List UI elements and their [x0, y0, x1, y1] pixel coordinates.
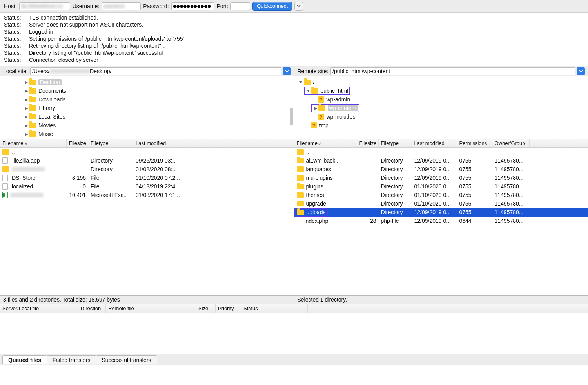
local-site-path[interactable]: /Users/XXXXXXXXXXXDesktop/: [30, 67, 280, 75]
tree-item[interactable]: ▶Local Sites: [0, 112, 294, 121]
disclosure-arrow-icon[interactable]: ▼: [298, 80, 304, 85]
tree-item[interactable]: ▶Library: [0, 104, 294, 112]
file-modified: 12/09/2019 0...: [412, 209, 457, 215]
list-row[interactable]: FileZilla.appDirectory09/25/2019 03:...: [0, 156, 294, 165]
qcol-remotefile[interactable]: Remote file: [106, 304, 196, 313]
tab-queued[interactable]: Queued files: [2, 355, 47, 364]
username-input[interactable]: [102, 2, 141, 10]
queue-header: Server/Local file Direction Remote file …: [0, 304, 588, 313]
list-row[interactable]: uploadsDirectory12/09/2019 0...075511495…: [294, 208, 588, 217]
list-row[interactable]: themesDirectory01/10/2020 0...0755114957…: [294, 191, 588, 199]
col-filename[interactable]: Filename∧: [294, 139, 357, 147]
tab-success[interactable]: Successful transfers: [96, 355, 157, 364]
file-type: Directory: [379, 175, 412, 181]
local-list-body[interactable]: ..FileZilla.appDirectory09/25/2019 03:..…: [0, 148, 294, 295]
tree-label: wp-admin: [327, 96, 350, 103]
col-filename[interactable]: Filename∧: [0, 139, 67, 147]
remote-list-body[interactable]: ..ai1wm-back...Directory12/09/2019 0...0…: [294, 148, 588, 295]
disclosure-arrow-icon[interactable]: ▶: [313, 106, 318, 111]
qcol-direction[interactable]: Direction: [78, 304, 106, 313]
tree-root[interactable]: ▼ /: [294, 78, 588, 87]
log-msg: Server does not support non-ASCII charac…: [29, 21, 143, 28]
col-permissions[interactable]: Permissions: [457, 139, 492, 147]
quickconnect-dropdown[interactable]: [294, 2, 303, 11]
summary-bar: 3 files and 2 directories. Total size: 1…: [0, 296, 588, 304]
file-permissions: 0755: [457, 175, 492, 181]
transfer-tabs: Queued files Failed transfers Successful…: [0, 354, 588, 365]
local-site-dropdown[interactable]: [283, 67, 291, 75]
tree-wp-content[interactable]: ▶ wp-content: [294, 104, 588, 112]
file-name: ..: [306, 149, 309, 155]
log-msg: Connection closed by server: [29, 56, 98, 63]
col-owner[interactable]: Owner/Group: [492, 139, 530, 147]
tree-item[interactable]: ▶Downloads: [0, 95, 294, 104]
list-row[interactable]: mu-pluginsDirectory12/09/2019 0...075511…: [294, 174, 588, 182]
list-row[interactable]: .localized0File04/13/2019 22:4...: [0, 182, 294, 191]
col-modified[interactable]: Last modified: [133, 139, 188, 147]
list-row[interactable]: upgradeDirectory01/10/2020 0...075511495…: [294, 199, 588, 208]
tree-item[interactable]: ▶Desktop: [0, 78, 294, 87]
port-input[interactable]: [230, 2, 250, 10]
disclosure-arrow-icon[interactable]: ▶: [24, 132, 29, 137]
remote-site-dropdown[interactable]: [577, 67, 585, 75]
col-filesize[interactable]: Filesize: [67, 139, 88, 147]
local-tree[interactable]: ▶Desktop▶Documents▶Downloads▶Library▶Loc…: [0, 76, 294, 139]
qcol-status[interactable]: Status: [241, 304, 308, 313]
list-row[interactable]: XXXXXXXXX10,401Microsoft Exc..01/08/2020…: [0, 191, 294, 199]
folder-icon: [29, 123, 36, 128]
list-row[interactable]: index.php28php-file12/09/2019 0...064411…: [294, 217, 588, 225]
scrollbar-thumb[interactable]: [290, 108, 293, 125]
tree-item[interactable]: ▶Movies: [0, 121, 294, 130]
disclosure-arrow-icon[interactable]: ▶: [24, 80, 29, 85]
tree-wp-includes[interactable]: ? wp-includes: [294, 112, 588, 121]
tree-item[interactable]: ▶Music: [0, 130, 294, 138]
folder-icon: [297, 158, 304, 163]
remote-site-path[interactable]: /public_html/wp-content: [330, 67, 575, 75]
tree-tmp[interactable]: ? tmp: [294, 121, 588, 130]
list-row[interactable]: ..: [0, 148, 294, 156]
file-type: Directory: [379, 201, 412, 207]
col-modified[interactable]: Last modified: [412, 139, 457, 147]
password-input[interactable]: [171, 2, 214, 10]
qcol-priority[interactable]: Priority: [216, 304, 241, 313]
col-filetype[interactable]: Filetype: [379, 139, 412, 147]
tab-failed[interactable]: Failed transfers: [47, 355, 96, 364]
remote-tree[interactable]: ▼ / ▼ public_html ? wp-admin ▶ wp-conten…: [294, 76, 588, 139]
folder-icon: [311, 88, 318, 94]
qcol-serverfile[interactable]: Server/Local file: [0, 304, 78, 313]
queue-body[interactable]: [0, 313, 588, 354]
tree-wp-admin[interactable]: ? wp-admin: [294, 95, 588, 104]
list-row[interactable]: ..: [294, 148, 588, 156]
col-filetype[interactable]: Filetype: [88, 139, 133, 147]
list-row[interactable]: languagesDirectory12/09/2019 0...0755114…: [294, 165, 588, 174]
disclosure-arrow-icon[interactable]: ▶: [24, 97, 29, 102]
file-icon: [2, 157, 8, 164]
tree-label: Desktop: [38, 79, 62, 85]
list-row[interactable]: ai1wm-back...Directory12/09/2019 0...075…: [294, 156, 588, 165]
quickconnect-button[interactable]: Quickconnect: [252, 2, 292, 11]
disclosure-arrow-icon[interactable]: ▶: [24, 114, 29, 119]
file-name: XXXXXXXXX: [12, 166, 45, 172]
tree-public-html[interactable]: ▼ public_html: [294, 87, 588, 95]
folder-icon: [2, 166, 9, 172]
log-row: Status:Connection closed by server: [4, 56, 584, 63]
directory-trees: ▶Desktop▶Documents▶Downloads▶Library▶Loc…: [0, 76, 588, 139]
local-summary: 3 files and 2 directories. Total size: 1…: [0, 296, 294, 304]
file-name: index.php: [305, 218, 328, 224]
col-filesize[interactable]: Filesize: [357, 139, 379, 147]
disclosure-arrow-icon[interactable]: ▶: [24, 123, 29, 128]
log-row: Status:Directory listing of "/public_htm…: [4, 49, 584, 56]
tree-label: Local Sites: [38, 114, 65, 120]
file-owner: 11495780...: [492, 166, 530, 172]
disclosure-arrow-icon[interactable]: ▶: [24, 106, 29, 111]
qcol-size[interactable]: Size: [196, 304, 216, 313]
folder-icon: [297, 175, 304, 181]
disclosure-arrow-icon[interactable]: ▶: [24, 89, 29, 94]
list-row[interactable]: XXXXXXXXXDirectory01/02/2020 08:...: [0, 165, 294, 174]
list-row[interactable]: pluginsDirectory01/10/2020 0...075511495…: [294, 182, 588, 191]
host-input[interactable]: [19, 2, 70, 10]
tree-item[interactable]: ▶Documents: [0, 87, 294, 95]
disclosure-arrow-icon[interactable]: ▼: [306, 89, 311, 93]
status-log: Status:TLS connection established.Status…: [0, 13, 588, 66]
list-row[interactable]: .DS_Store8,196File01/10/2020 07:2...: [0, 174, 294, 182]
